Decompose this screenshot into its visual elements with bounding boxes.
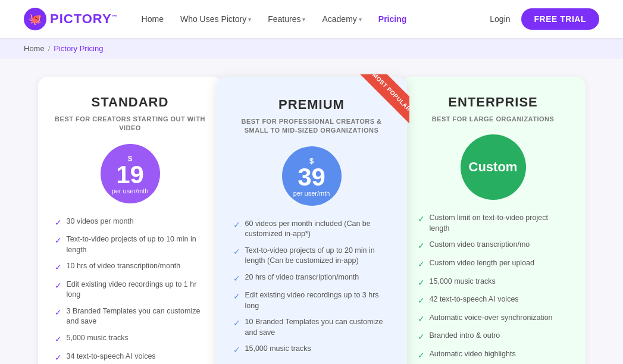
plan-card-premium: MOST POPULAR PREMIUM BEST FOR PROFESSION…: [217, 77, 407, 364]
list-item: ✓42 text-to-speech AI voices: [418, 294, 569, 307]
list-item: ✓Edit existing video recordings up to 1 …: [55, 280, 206, 300]
check-icon: ✓: [55, 262, 62, 274]
price-custom-label: Custom: [469, 159, 518, 175]
price-per-standard: per user/mth: [112, 187, 149, 194]
check-icon: ✓: [55, 334, 62, 346]
logo-icon: 🐙: [24, 8, 46, 30]
list-item: ✓Edit existing video recordings up to 3 …: [233, 290, 390, 311]
list-item: ✓Text-to-video projects of up to 20 min …: [233, 246, 390, 266]
nav-academy[interactable]: Academy ▾: [322, 14, 361, 24]
check-icon: ✓: [418, 313, 425, 325]
check-icon: ✓: [233, 219, 240, 231]
check-icon: ✓: [418, 214, 425, 225]
nav-who-uses[interactable]: Who Uses Pictory ▾: [180, 14, 251, 24]
chevron-down-icon: ▾: [248, 16, 251, 23]
list-item: ✓20 hrs of video transcription/month: [233, 272, 390, 285]
feature-list-enterprise: ✓Custom limit on text-to-video project l…: [418, 213, 569, 364]
nav-pricing[interactable]: Pricing: [378, 14, 406, 24]
list-item: ✓5,000 music tracks: [55, 333, 206, 346]
chevron-down-icon: ▾: [359, 16, 362, 23]
nav-actions: Login FREE TRIAL: [490, 8, 599, 30]
check-icon: ✓: [233, 291, 240, 303]
list-item: ✓60 videos per month included (Can be cu…: [233, 219, 390, 240]
plan-title-enterprise: ENTERPRISE: [418, 95, 569, 110]
list-item: ✓30 videos per month: [55, 216, 206, 229]
navbar: 🐙 PICTORY™ Home Who Uses Pictory ▾ Featu…: [0, 0, 623, 38]
check-icon: ✓: [418, 277, 425, 289]
check-icon: ✓: [233, 344, 240, 356]
breadcrumb-current: Pictory Pricing: [54, 44, 103, 53]
check-icon: ✓: [233, 273, 240, 285]
nav-features[interactable]: Features ▾: [268, 14, 305, 24]
feature-list-standard: ✓30 videos per month ✓Text-to-video proj…: [55, 216, 206, 363]
list-item: ✓3 Branded Templates you can customize a…: [55, 306, 206, 327]
check-icon: ✓: [55, 307, 62, 319]
feature-list-premium: ✓60 videos per month included (Can be cu…: [233, 219, 390, 364]
check-icon: ✓: [55, 352, 62, 364]
check-icon: ✓: [233, 246, 240, 258]
list-item: ✓15,000 music tracks: [233, 344, 390, 356]
chevron-down-icon: ▾: [302, 16, 305, 23]
plan-subtitle-standard: BEST FOR CREATORS STARTING OUT WITH VIDE…: [55, 115, 206, 133]
price-circle-premium: $ 39 per user/mth: [282, 146, 342, 206]
plan-card-standard: STANDARD BEST FOR CREATORS STARTING OUT …: [38, 77, 223, 364]
nav-links: Home Who Uses Pictory ▾ Features ▾ Acade…: [142, 14, 490, 24]
check-icon: ✓: [55, 217, 62, 229]
price-per-premium: per user/mth: [293, 190, 330, 197]
breadcrumb-home[interactable]: Home: [24, 44, 45, 53]
logo[interactable]: 🐙 PICTORY™: [24, 8, 118, 30]
price-amount-standard: 19: [116, 162, 144, 187]
check-icon: ✓: [418, 259, 425, 271]
list-item: ✓10 hrs of video transcription/month: [55, 261, 206, 274]
plan-card-enterprise: ENTERPRISE BEST FOR LARGE ORGANIZATIONS …: [401, 77, 586, 364]
ribbon-label: MOST POPULAR: [359, 74, 409, 124]
check-icon: ✓: [418, 350, 425, 362]
list-item: ✓Custom video transcription/mo: [418, 240, 569, 252]
check-icon: ✓: [418, 240, 425, 252]
check-icon: ✓: [418, 331, 425, 343]
plan-title-standard: STANDARD: [55, 95, 206, 110]
logo-text: PICTORY™: [50, 11, 118, 27]
check-icon: ✓: [55, 235, 62, 247]
list-item: ✓Branded intro & outro: [418, 331, 569, 343]
login-link[interactable]: Login: [490, 14, 510, 24]
nav-home[interactable]: Home: [142, 14, 164, 24]
list-item: ✓Custom limit on text-to-video project l…: [418, 213, 569, 234]
most-popular-ribbon: MOST POPULAR: [356, 74, 409, 128]
check-icon: ✓: [418, 295, 425, 307]
breadcrumb-separator: /: [48, 44, 51, 53]
check-icon: ✓: [55, 280, 62, 292]
price-circle-enterprise: Custom: [461, 134, 526, 200]
list-item: ✓34 text-to-speech AI voices: [55, 352, 206, 364]
check-icon: ✓: [233, 318, 240, 330]
breadcrumb: Home / Pictory Pricing: [0, 38, 623, 59]
pricing-section: STANDARD BEST FOR CREATORS STARTING OUT …: [0, 59, 623, 364]
plan-subtitle-enterprise: BEST FOR LARGE ORGANIZATIONS: [418, 115, 569, 124]
price-amount-premium: 39: [298, 165, 325, 190]
price-circle-standard: $ 19 per user/mth: [101, 144, 160, 203]
list-item: ✓Automatic video highlights: [418, 349, 569, 362]
list-item: ✓Custom video length per upload: [418, 258, 569, 271]
list-item: ✓Text-to-video projects of up to 10 min …: [55, 234, 206, 255]
list-item: ✓10 Branded Templates you can customize …: [233, 317, 390, 338]
free-trial-button[interactable]: FREE TRIAL: [521, 8, 599, 30]
list-item: ✓Automatic voice-over synchronization: [418, 313, 569, 325]
list-item: ✓15,000 music tracks: [418, 277, 569, 289]
